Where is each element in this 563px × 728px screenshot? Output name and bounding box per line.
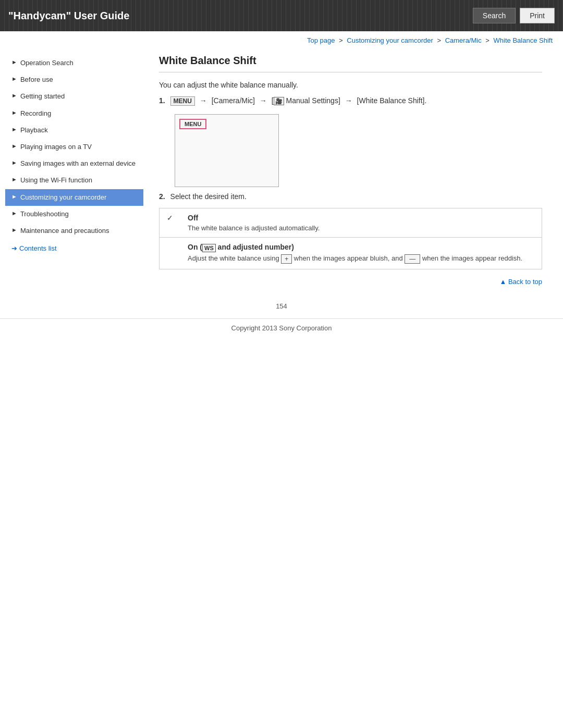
option-row-on: On (WS and adjusted number) Adjust the w… — [160, 238, 542, 269]
step-2: 2. Select the desired item. — [159, 192, 542, 201]
sidebar-item-label: Saving images with an external device — [20, 159, 137, 168]
site-title: "Handycam" User Guide — [8, 10, 129, 22]
arrow-icon: ► — [11, 227, 17, 233]
minus-button-icon: — — [405, 254, 420, 264]
sidebar-item-label: Playing images on a TV — [20, 142, 137, 152]
arrow-icon: ► — [11, 109, 17, 116]
intro-text: You can adjust the white balance manuall… — [159, 81, 542, 89]
breadcrumb-camera-mic[interactable]: Camera/Mic — [445, 36, 482, 44]
search-button[interactable]: Search — [473, 8, 516, 23]
option-row-off: ✓ Off The white balance is adjusted auto… — [160, 208, 542, 238]
option-content-off: Off The white balance is adjusted automa… — [180, 208, 542, 238]
footer: Copyright 2013 Sony Corporation — [0, 318, 563, 348]
sidebar-item-saving-images[interactable]: ► Saving images with an external device — [5, 155, 143, 172]
step-1-manual-settings: [🎥 Manual Settings] — [272, 96, 340, 105]
step-arrow-icon: → — [200, 96, 207, 105]
arrow-icon: ► — [11, 76, 17, 82]
sidebar-item-maintenance[interactable]: ► Maintenance and precautions — [5, 223, 143, 239]
ws-icon: WS — [202, 244, 216, 252]
print-button[interactable]: Print — [520, 8, 555, 23]
arrow-icon: ► — [11, 210, 17, 216]
sidebar-item-before-use[interactable]: ► Before use — [5, 71, 143, 88]
breadcrumb: Top page > Customizing your camcorder > … — [0, 31, 563, 50]
sidebar-item-label: Operation Search — [20, 58, 137, 68]
step-1: 1. MENU → [Camera/Mic] → [🎥 Manual Setti… — [159, 96, 542, 106]
sidebar-item-label: Using the Wi-Fi function — [20, 176, 137, 185]
option-title-off: Off — [188, 214, 534, 222]
contents-list-label: Contents list — [19, 244, 57, 252]
step-2-text: Select the desired item. — [170, 192, 247, 201]
sidebar-item-label: Playback — [20, 126, 137, 135]
step-arrow-icon-3: → — [345, 96, 352, 105]
sidebar-item-playback[interactable]: ► Playback — [5, 122, 143, 139]
camera-menu-button: MENU — [179, 119, 206, 129]
sidebar-item-label: Maintenance and precautions — [20, 226, 137, 236]
arrow-icon: ► — [11, 59, 17, 65]
arrow-icon: ► — [11, 193, 17, 200]
sidebar-item-label: Getting started — [20, 92, 137, 101]
sidebar-item-getting-started[interactable]: ► Getting started — [5, 88, 143, 105]
sidebar-item-label: Before use — [20, 75, 137, 84]
option-check-off: ✓ — [160, 208, 181, 238]
header-controls: Search Print — [473, 8, 555, 23]
camera-screen-mockup: MENU — [175, 114, 279, 187]
sidebar-item-wifi[interactable]: ► Using the Wi-Fi function — [5, 172, 143, 189]
breadcrumb-customizing[interactable]: Customizing your camcorder — [347, 36, 433, 44]
arrow-icon: ► — [11, 176, 17, 182]
breadcrumb-top-page[interactable]: Top page — [307, 36, 335, 44]
sidebar-item-label: Customizing your camcorder — [20, 193, 137, 202]
option-check-on — [160, 238, 181, 269]
copyright-text: Copyright 2013 Sony Corporation — [231, 324, 332, 332]
main-content: White Balance Shift You can adjust the w… — [143, 50, 558, 299]
page-number: 154 — [0, 299, 563, 313]
back-to-top: ▲ Back to top — [159, 269, 542, 289]
sidebar-item-label: Recording — [20, 109, 137, 118]
arrow-icon: ► — [11, 92, 17, 98]
option-desc-off: The white balance is adjusted automatica… — [188, 224, 534, 232]
arrow-right-icon: ➔ — [11, 244, 17, 252]
menu-button-inline: MENU — [170, 96, 195, 106]
sidebar-item-operation-search[interactable]: ► Operation Search — [5, 55, 143, 71]
arrow-icon: ► — [11, 159, 17, 166]
sidebar-item-recording[interactable]: ► Recording — [5, 105, 143, 122]
arrow-icon: ► — [11, 126, 17, 132]
step-1-number: 1. — [159, 96, 165, 105]
sidebar-item-playing-images-tv[interactable]: ► Playing images on a TV — [5, 139, 143, 155]
plus-button-icon: + — [281, 254, 292, 264]
step-1-instruction: [Camera/Mic] — [212, 96, 255, 105]
sidebar-item-troubleshooting[interactable]: ► Troubleshooting — [5, 206, 143, 223]
option-content-on: On (WS and adjusted number) Adjust the w… — [180, 238, 542, 269]
sidebar: ► Operation Search ► Before use ► Gettin… — [5, 50, 143, 299]
breadcrumb-current: White Balance Shift — [494, 36, 553, 44]
back-to-top-link[interactable]: ▲ Back to top — [499, 278, 542, 286]
sidebar-item-label: Troubleshooting — [20, 209, 137, 219]
options-table: ✓ Off The white balance is adjusted auto… — [159, 208, 542, 269]
contents-list-link[interactable]: ➔ Contents list — [5, 239, 143, 257]
step-1-white-balance-shift: [White Balance Shift]. — [357, 96, 427, 105]
sidebar-item-customizing[interactable]: ► Customizing your camcorder — [5, 189, 143, 206]
step-arrow-icon-2: → — [260, 96, 267, 105]
step-2-number: 2. — [159, 192, 165, 201]
main-layout: ► Operation Search ► Before use ► Gettin… — [0, 50, 563, 299]
arrow-icon: ► — [11, 143, 17, 149]
option-title-on: On (WS and adjusted number) — [188, 243, 534, 252]
option-desc-on: Adjust the white balance using + when th… — [188, 254, 534, 264]
header: "Handycam" User Guide Search Print — [0, 0, 563, 31]
page-title: White Balance Shift — [159, 55, 542, 72]
